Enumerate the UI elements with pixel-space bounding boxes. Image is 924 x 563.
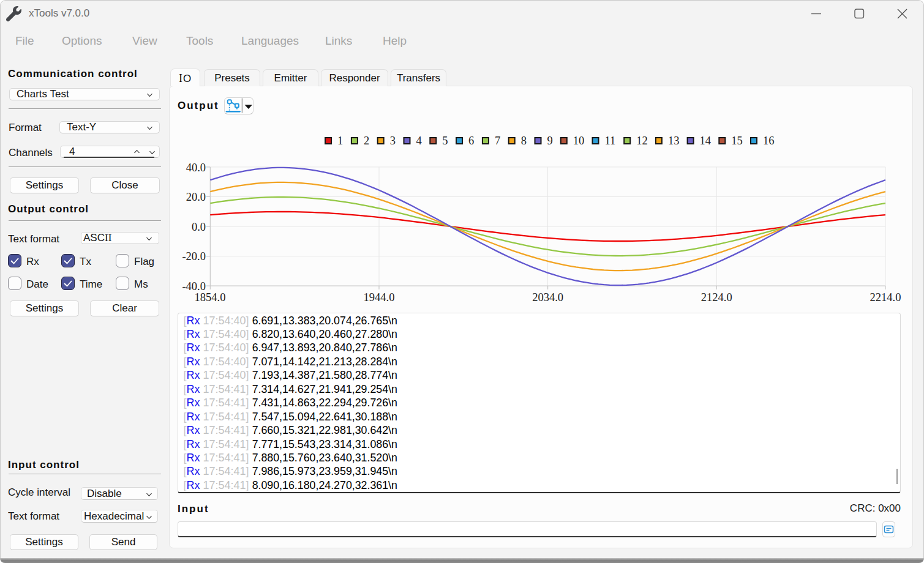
svg-text:0.0: 0.0 [192,221,206,233]
svg-text:1854.0: 1854.0 [195,291,226,304]
svg-text:2034.0: 2034.0 [532,291,563,304]
svg-text:16: 16 [763,135,775,147]
svg-text:15: 15 [731,135,743,147]
svg-text:40.0: 40.0 [186,162,206,174]
svg-text:14: 14 [700,135,712,147]
svg-text:13: 13 [668,135,680,147]
svg-text:2: 2 [364,135,369,147]
svg-text:-40.0: -40.0 [182,280,206,293]
svg-text:5: 5 [442,135,448,147]
svg-text:4: 4 [416,135,422,147]
svg-text:3: 3 [390,135,396,147]
svg-text:7: 7 [495,135,500,147]
svg-text:12: 12 [636,135,648,147]
svg-text:1944.0: 1944.0 [364,291,395,304]
svg-text:20.0: 20.0 [186,191,206,203]
svg-text:1: 1 [337,135,343,147]
svg-text:8: 8 [521,135,527,147]
svg-text:10: 10 [573,135,585,147]
svg-text:6: 6 [468,135,474,147]
svg-text:2124.0: 2124.0 [701,291,732,304]
svg-text:11: 11 [605,135,616,147]
svg-text:2214.0: 2214.0 [870,291,901,304]
svg-text:9: 9 [547,135,553,147]
svg-text:-20.0: -20.0 [182,250,206,263]
